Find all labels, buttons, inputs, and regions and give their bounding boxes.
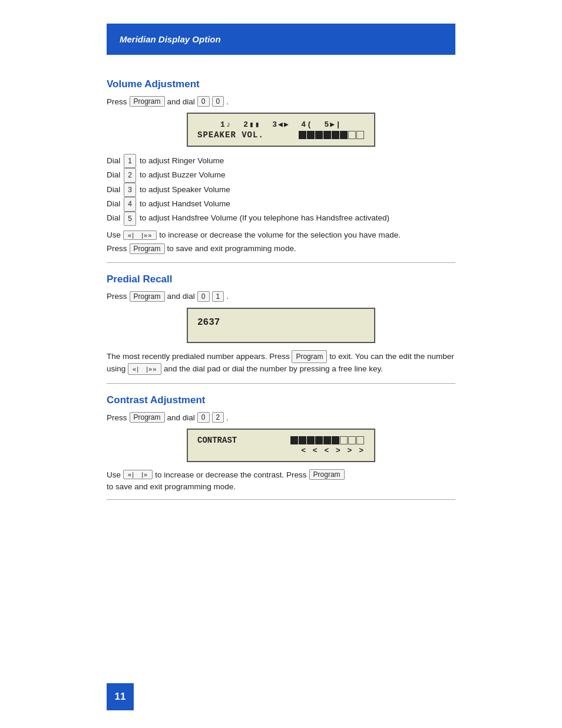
contrast-section: Contrast Adjustment Press Program and di…	[107, 394, 455, 491]
contrast-block-5	[323, 436, 331, 444]
page-container: Meridian Display Option Volume Adjustmen…	[0, 24, 562, 728]
contrast-dial-2[interactable]: 2	[212, 412, 224, 423]
header-title: Meridian Display Option	[120, 34, 221, 44]
dial-text-5: to adjust Handsfree Volume (If you telep…	[140, 212, 389, 225]
volume-press-save: Press	[107, 244, 127, 253]
page-number-box: 11	[107, 683, 134, 710]
volume-blocks	[299, 131, 365, 139]
volume-dial-0b[interactable]: 0	[212, 96, 224, 107]
predial-display-value: 2637	[197, 317, 220, 328]
contrast-use-line: Use «| |» to increase or decrease the co…	[107, 469, 455, 491]
block-5	[332, 131, 339, 139]
predial-and-dial: and dial	[167, 292, 195, 301]
predial-press-line: Press Program and dial 0 1 .	[107, 291, 455, 302]
dial-item-2: Dial 2 to adjust Buzzer Volume	[107, 168, 455, 182]
contrast-press-label: Press	[107, 413, 127, 422]
contrast-display-row2: < < < > > >	[197, 446, 365, 455]
predial-display-box: 2637	[187, 308, 375, 343]
predial-program-key[interactable]: Program	[130, 291, 165, 302]
volume-display-top: 1♪ 2▮▮ 3◀▶ 4( 5▶|	[197, 120, 365, 129]
predial-para3: and the dial pad or dial the number by p…	[164, 364, 383, 373]
contrast-block-4	[315, 436, 323, 444]
predial-para1: The most recently predialed number appea…	[107, 352, 290, 361]
contrast-block-8	[348, 436, 356, 444]
divider-2	[107, 383, 455, 384]
contrast-display-box: CONTRAST < < < > > >	[187, 429, 375, 462]
content-area: Volume Adjustment Press Program and dial…	[107, 55, 455, 500]
dial-text-3: to adjust Speaker Volume	[140, 183, 230, 197]
volume-press-line: Press Program and dial 0 0 .	[107, 96, 455, 107]
contrast-block-6	[332, 436, 339, 444]
dial-key-5[interactable]: 5	[124, 212, 136, 226]
contrast-and-dial: and dial	[167, 413, 195, 422]
contrast-block-9	[356, 436, 364, 444]
predial-press-label: Press	[107, 292, 127, 301]
block-1	[299, 131, 306, 139]
dial-text-1: to adjust Ringer Volume	[140, 154, 224, 168]
predial-nav-key[interactable]: «| |»»	[128, 363, 161, 375]
contrast-nav-display: < < < > > >	[301, 446, 365, 455]
dial-text-4: to adjust Handset Volume	[140, 197, 230, 211]
contrast-program-key2[interactable]: Program	[309, 469, 345, 480]
contrast-block-1	[290, 436, 298, 444]
volume-dial-0[interactable]: 0	[197, 96, 210, 107]
header-banner: Meridian Display Option	[107, 24, 455, 55]
block-7	[348, 131, 356, 139]
contrast-program-key[interactable]: Program	[130, 412, 165, 423]
volume-program-key[interactable]: Program	[130, 96, 165, 107]
volume-nav-key[interactable]: «| |»»	[123, 230, 157, 240]
contrast-use-text: to increase or decrease the contrast. Pr…	[155, 470, 306, 479]
dial-key-1[interactable]: 1	[124, 154, 136, 168]
dial-key-3[interactable]: 3	[124, 183, 136, 197]
block-3	[315, 131, 323, 139]
dial-item-5: Dial 5 to adjust Handsfree Volume (If yo…	[107, 212, 455, 226]
block-8	[356, 131, 364, 139]
predial-program-key2[interactable]: Program	[292, 350, 327, 363]
predial-para: The most recently predialed number appea…	[107, 350, 455, 375]
block-6	[340, 131, 348, 139]
volume-press-label: Press	[107, 97, 127, 106]
dial-item-1: Dial 1 to adjust Ringer Volume	[107, 154, 455, 168]
dial-item-4: Dial 4 to adjust Handset Volume	[107, 197, 455, 211]
block-2	[307, 131, 315, 139]
contrast-blocks	[290, 436, 365, 444]
volume-save-line: Press Program to save and exit programmi…	[107, 243, 455, 254]
volume-display-box: 1♪ 2▮▮ 3◀▶ 4( 5▶| SPEAKER VOL.	[187, 113, 375, 147]
predial-section: Predial Recall Press Program and dial 0 …	[107, 274, 455, 375]
dial-key-2[interactable]: 2	[124, 168, 136, 182]
contrast-block-7	[340, 436, 348, 444]
contrast-label: CONTRAST	[197, 436, 237, 445]
divider-1	[107, 262, 455, 263]
volume-save-text: to save and exit programming mode.	[167, 244, 296, 253]
volume-display-bottom: SPEAKER VOL.	[197, 130, 365, 140]
contrast-dial-0[interactable]: 0	[197, 412, 210, 423]
volume-and-dial: and dial	[167, 97, 195, 106]
page-number: 11	[115, 691, 126, 703]
contrast-block-2	[299, 436, 306, 444]
volume-use-text: to increase or decrease the volume for t…	[159, 230, 401, 239]
block-4	[323, 131, 331, 139]
predial-dial-1[interactable]: 1	[212, 291, 224, 302]
contrast-nav-key[interactable]: «| |»	[123, 470, 153, 479]
dial-text-2: to adjust Buzzer Volume	[140, 169, 226, 182]
divider-3	[107, 499, 455, 500]
volume-use-line: Use «| |»» to increase or decrease the v…	[107, 230, 455, 240]
volume-section-title: Volume Adjustment	[107, 78, 455, 90]
predial-section-title: Predial Recall	[107, 274, 455, 285]
contrast-block-3	[307, 436, 315, 444]
speaker-vol-label: SPEAKER VOL.	[197, 130, 264, 140]
contrast-press-line: Press Program and dial 0 2 .	[107, 412, 455, 423]
contrast-use-suffix: to save and exit programming mode.	[107, 482, 236, 491]
volume-section: Volume Adjustment Press Program and dial…	[107, 78, 455, 254]
dial-key-4[interactable]: 4	[124, 197, 136, 211]
volume-dial-list: Dial 1 to adjust Ringer Volume Dial 2 to…	[107, 154, 455, 226]
volume-program-key2[interactable]: Program	[130, 243, 165, 254]
contrast-use-prefix: Use	[107, 470, 121, 479]
contrast-display-row1: CONTRAST	[197, 436, 365, 445]
dial-item-3: Dial 3 to adjust Speaker Volume	[107, 183, 455, 197]
predial-dial-0[interactable]: 0	[197, 291, 210, 302]
contrast-section-title: Contrast Adjustment	[107, 394, 455, 406]
